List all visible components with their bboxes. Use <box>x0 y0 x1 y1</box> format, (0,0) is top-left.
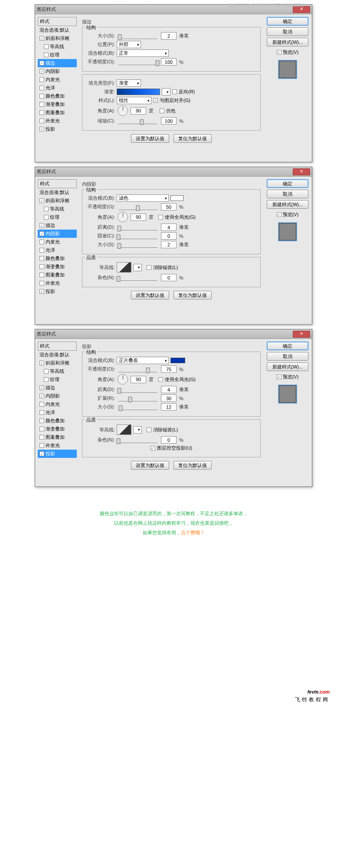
size-input[interactable] <box>161 32 177 39</box>
contour-picker[interactable] <box>117 424 131 435</box>
style-bevel[interactable]: 斜面和浮雕 <box>38 359 77 367</box>
style-inner-shadow[interactable]: 内阴影 <box>38 392 77 400</box>
style-color-overlay[interactable]: 颜色叠加 <box>38 92 77 100</box>
style-contour[interactable]: 等高线 <box>38 43 77 51</box>
reset-default-button[interactable]: 复位为默认值 <box>174 461 212 470</box>
make-default-button[interactable]: 设置为默认值 <box>131 291 169 299</box>
color-swatch[interactable] <box>170 358 185 363</box>
style-pattern-overlay[interactable]: 图案叠加 <box>38 433 77 441</box>
opacity-input[interactable] <box>161 203 177 210</box>
distance-slider[interactable] <box>118 387 157 393</box>
global-light-checkbox[interactable] <box>158 215 163 220</box>
gradient-swatch[interactable] <box>117 89 160 95</box>
close-icon[interactable]: ✕ <box>293 168 310 175</box>
contour-dropdown-icon[interactable] <box>133 264 142 271</box>
blend-select[interactable]: 正片叠底 <box>117 357 169 364</box>
style-outer-glow[interactable]: 外发光 <box>38 117 77 125</box>
ok-button[interactable]: 确定 <box>267 179 308 188</box>
cancel-button[interactable]: 取消 <box>267 190 308 198</box>
style-satin[interactable]: 光泽 <box>38 246 77 254</box>
blend-options[interactable]: 混合选项:默认 <box>38 351 77 359</box>
style-drop-shadow[interactable]: 投影 <box>38 287 77 296</box>
style-outer-glow[interactable]: 外发光 <box>38 279 77 287</box>
blend-select[interactable]: 正常 <box>117 49 169 57</box>
style-stroke[interactable]: 描边 <box>38 59 77 67</box>
angle-dial[interactable] <box>118 105 128 116</box>
blend-options[interactable]: 混合选项:默认 <box>38 26 77 34</box>
style-satin[interactable]: 光泽 <box>38 408 77 417</box>
style-pattern-overlay[interactable]: 图案叠加 <box>38 108 77 117</box>
contour-dropdown-icon[interactable] <box>133 426 142 434</box>
style-texture[interactable]: 纹理 <box>38 213 77 221</box>
size-slider[interactable] <box>118 242 157 248</box>
spread-input[interactable] <box>161 395 177 402</box>
style-inner-glow[interactable]: 内发光 <box>38 76 77 84</box>
noise-slider[interactable] <box>118 437 157 443</box>
style-bevel[interactable]: 斜面和浮雕 <box>38 34 77 43</box>
style-contour[interactable]: 等高线 <box>38 205 77 213</box>
style-select[interactable]: 线性 <box>117 97 151 104</box>
cancel-button[interactable]: 取消 <box>267 27 308 36</box>
choke-slider[interactable] <box>118 233 157 239</box>
preview-checkbox[interactable] <box>277 50 282 55</box>
ok-button[interactable]: 确定 <box>267 17 308 26</box>
size-input[interactable] <box>161 403 177 411</box>
opacity-slider[interactable] <box>118 59 157 65</box>
style-color-overlay[interactable]: 颜色叠加 <box>38 254 77 263</box>
style-gradient-overlay[interactable]: 渐变叠加 <box>38 263 77 271</box>
reset-default-button[interactable]: 复位为默认值 <box>174 134 212 143</box>
blend-select[interactable]: 滤色 <box>117 194 169 202</box>
style-drop-shadow[interactable]: 投影 <box>38 125 77 133</box>
antialias-checkbox[interactable] <box>147 427 151 432</box>
style-pattern-overlay[interactable]: 图案叠加 <box>38 271 77 279</box>
preview-checkbox[interactable] <box>277 212 282 217</box>
knockout-checkbox[interactable] <box>151 446 155 450</box>
distance-slider[interactable] <box>118 224 157 230</box>
global-light-checkbox[interactable] <box>158 377 163 382</box>
size-slider[interactable] <box>118 33 157 39</box>
style-stroke[interactable]: 描边 <box>38 221 77 230</box>
style-texture[interactable]: 纹理 <box>38 375 77 384</box>
style-inner-shadow[interactable]: 内阴影 <box>38 67 77 76</box>
align-checkbox[interactable] <box>153 98 158 103</box>
style-gradient-overlay[interactable]: 渐变叠加 <box>38 100 77 108</box>
close-icon[interactable]: ✕ <box>293 331 310 338</box>
angle-input[interactable] <box>131 214 146 221</box>
distance-input[interactable] <box>161 224 177 231</box>
new-style-button[interactable]: 新建样式(W)... <box>267 362 308 371</box>
color-swatch[interactable] <box>170 195 183 201</box>
dither-checkbox[interactable] <box>160 108 164 113</box>
opacity-slider[interactable] <box>118 204 157 210</box>
scale-input[interactable] <box>161 117 177 125</box>
scale-slider[interactable] <box>118 118 157 124</box>
style-inner-glow[interactable]: 内发光 <box>38 400 77 408</box>
style-contour[interactable]: 等高线 <box>38 367 77 375</box>
fill-type-select[interactable]: 渐变 <box>117 79 141 87</box>
titlebar[interactable]: 图层样式 ✕ <box>35 167 312 177</box>
noise-input[interactable] <box>161 436 177 444</box>
opacity-input[interactable] <box>161 365 177 373</box>
reset-default-button[interactable]: 复位为默认值 <box>174 291 212 299</box>
ok-button[interactable]: 确定 <box>267 342 308 350</box>
angle-input[interactable] <box>131 107 146 115</box>
style-gradient-overlay[interactable]: 渐变叠加 <box>38 425 77 433</box>
style-inner-shadow[interactable]: 内阴影 <box>38 230 77 238</box>
noise-slider[interactable] <box>118 275 157 281</box>
spread-slider[interactable] <box>118 395 157 401</box>
style-inner-glow[interactable]: 内发光 <box>38 238 77 246</box>
style-stroke[interactable]: 描边 <box>38 384 77 392</box>
angle-input[interactable] <box>131 376 146 383</box>
distance-input[interactable] <box>161 386 177 393</box>
new-style-button[interactable]: 新建样式(W)... <box>267 200 308 209</box>
reverse-checkbox[interactable] <box>172 89 177 94</box>
titlebar[interactable]: 图层样式 ✕ <box>35 329 312 339</box>
blend-options[interactable]: 混合选项:默认 <box>38 188 77 197</box>
style-outer-glow[interactable]: 外发光 <box>38 441 77 450</box>
size-input[interactable] <box>161 241 177 248</box>
contour-picker[interactable] <box>117 262 131 273</box>
position-select[interactable]: 外部 <box>117 41 141 48</box>
choke-input[interactable] <box>161 232 177 240</box>
opacity-slider[interactable] <box>118 366 157 372</box>
gradient-dropdown-icon[interactable] <box>162 88 170 95</box>
angle-dial[interactable] <box>118 212 128 222</box>
